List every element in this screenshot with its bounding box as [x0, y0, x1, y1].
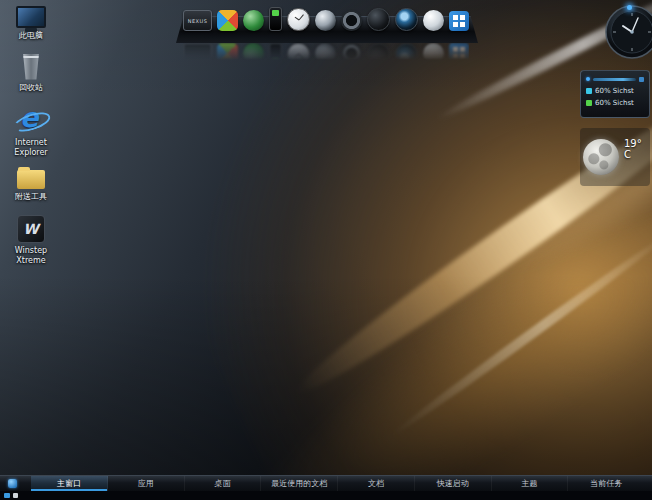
camera-lens-orb-icon[interactable] — [395, 8, 418, 31]
desktop-icon-label: 附送工具 — [15, 192, 47, 202]
top-dock: NEXUS — [176, 4, 478, 66]
analog-clock-face — [603, 2, 652, 60]
weather-widget[interactable]: 19° C — [580, 128, 650, 186]
meter-header — [586, 75, 644, 83]
meter-row-label: 60% Sichst — [595, 99, 634, 107]
taskbar-footer-strip — [0, 491, 652, 500]
nexus-dock-icon[interactable]: NEXUS — [183, 10, 212, 31]
winstep-icon — [17, 215, 45, 243]
analog-clock-widget[interactable] — [603, 2, 652, 60]
temperature-label: 19° C — [624, 138, 647, 160]
taskbar-tab-quick-launch[interactable]: 快速启动 — [415, 476, 492, 491]
ie-letter: e — [20, 102, 38, 133]
dock-reflection — [183, 43, 469, 63]
meter-led-icon — [586, 77, 590, 81]
meter-progress-bar — [593, 78, 636, 81]
black-orb-icon[interactable] — [367, 8, 390, 31]
taskbar-tab-themes[interactable]: 主题 — [492, 476, 569, 491]
windows-pinwheel-icon[interactable] — [217, 10, 238, 31]
taskbar-tab-documents[interactable]: 文档 — [338, 476, 415, 491]
green-orb-icon[interactable] — [243, 10, 264, 31]
silver-orb-icon[interactable] — [423, 10, 444, 31]
recycle-bin-icon — [22, 54, 40, 80]
taskbar-tab-main-window[interactable]: 主窗口 — [31, 476, 108, 491]
desktop-icon-label: Internet Explorer — [4, 138, 58, 157]
meter-row: 60% Sichst — [586, 99, 644, 107]
moon-icon — [583, 139, 619, 175]
desktop-icon-label: Winstep Xtreme — [4, 246, 58, 265]
steel-orb-icon[interactable] — [315, 10, 336, 31]
desktop-icon-label: 此电脑 — [19, 31, 43, 41]
desktop-icon-winstep-xtreme[interactable]: Winstep Xtreme — [4, 215, 58, 265]
desktop-icon-this-pc[interactable]: 此电脑 — [4, 6, 58, 41]
taskbar-tab-desktop[interactable]: 桌面 — [185, 476, 262, 491]
meter-row: 60% Sichst — [586, 87, 644, 95]
battery-icon[interactable] — [269, 7, 282, 31]
internet-explorer-icon: e — [16, 105, 46, 135]
ring-orb-icon[interactable] — [341, 10, 362, 31]
desktop-icon-label: 回收站 — [19, 83, 43, 93]
meter-green-icon — [586, 100, 592, 106]
folder-icon — [17, 170, 45, 189]
desktop-icon-recycle-bin[interactable]: 回收站 — [4, 54, 58, 93]
computer-icon — [16, 6, 46, 28]
desktop-icon-column: 此电脑 回收站 e Internet Explorer 附送工具 Winstep… — [4, 6, 58, 265]
meter-button-icon[interactable] — [639, 77, 644, 82]
footer-white-icon[interactable] — [13, 493, 18, 498]
dock-icon-row: NEXUS — [183, 7, 469, 31]
clock-orb-icon[interactable] — [287, 8, 310, 31]
footer-blue-icon[interactable] — [4, 493, 10, 498]
start-gem-icon[interactable] — [8, 479, 17, 488]
windows-tile-icon[interactable] — [449, 11, 469, 31]
desktop-icon-internet-explorer[interactable]: e Internet Explorer — [4, 105, 58, 157]
system-meter-widget[interactable]: 60% Sichst 60% Sichst — [580, 70, 650, 118]
wallpaper-vignette — [0, 0, 652, 500]
clock-led-icon — [627, 5, 632, 10]
desktop-screen: 此电脑 回收站 e Internet Explorer 附送工具 Winstep… — [0, 0, 652, 500]
meter-row-label: 60% Sichst — [595, 87, 634, 95]
taskbar-tab-applications[interactable]: 应用 — [108, 476, 185, 491]
taskbar-tab-recent-documents[interactable]: 最近使用的文档 — [261, 476, 338, 491]
desktop-icon-bonus-tools[interactable]: 附送工具 — [4, 170, 58, 202]
taskbar: 主窗口 应用 桌面 最近使用的文档 文档 快速启动 主题 当前任务 — [0, 475, 652, 491]
meter-cyan-icon — [586, 88, 592, 94]
taskbar-tab-current-tasks[interactable]: 当前任务 — [568, 476, 644, 491]
